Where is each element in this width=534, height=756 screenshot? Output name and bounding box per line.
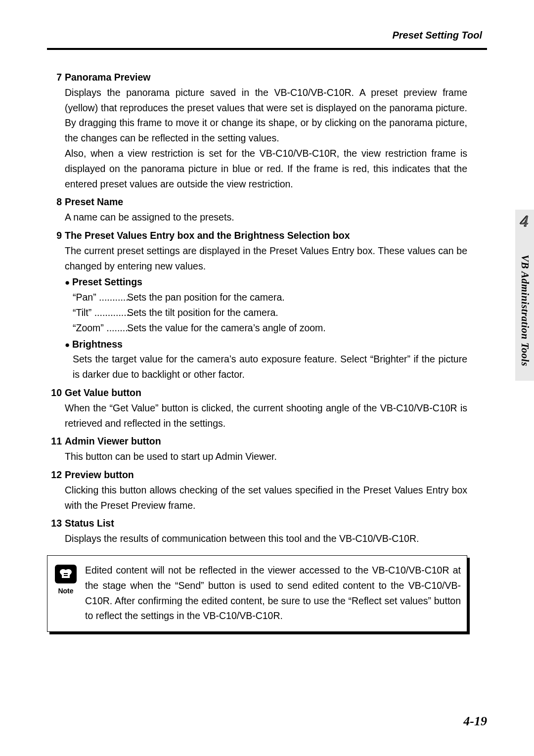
section-paragraph: Displays the results of communication be… — [65, 531, 467, 546]
section-number: 8 — [47, 194, 65, 225]
content: 7 Panorama Preview Displays the panorama… — [47, 70, 487, 632]
page: Preset Setting Tool 4 VB Administration … — [0, 0, 534, 756]
section-title: Status List — [65, 516, 467, 531]
setting-desc: Sets the tilt position for the camera. — [127, 305, 467, 320]
header-rule — [47, 48, 487, 50]
svg-rect-1 — [64, 575, 68, 576]
setting-label: “Zoom” ......... — [73, 320, 127, 336]
preset-settings-heading: Preset Settings — [65, 274, 467, 290]
section-paragraph: Displays the panorama picture saved in t… — [65, 85, 467, 146]
section-number: 7 — [47, 70, 65, 191]
note-text: Edited content will not be reflected in … — [85, 563, 461, 623]
setting-pan: “Pan” ............ Sets the pan position… — [73, 290, 467, 305]
section-paragraph: When the “Get Value” button is clicked, … — [65, 400, 467, 431]
chapter-badge: 4 — [515, 210, 534, 233]
setting-desc: Sets the value for the camera’s angle of… — [127, 320, 467, 336]
setting-label: “Pan” ............ — [73, 290, 127, 305]
brightness-body: Sets the target value for the camera’s a… — [65, 352, 467, 382]
section-number: 13 — [47, 516, 65, 546]
section-paragraph: Clicking this button allows checking of … — [65, 483, 467, 513]
section-paragraph: This button can be used to start up Admi… — [65, 449, 467, 464]
section-number: 11 — [47, 434, 65, 464]
section-title: Get Value button — [65, 385, 467, 400]
page-number: 4-19 — [463, 714, 487, 729]
svg-rect-0 — [64, 573, 68, 574]
side-label-wrap: VB Administration Tools — [515, 246, 534, 375]
section-8: 8 Preset Name A name can be assigned to … — [47, 194, 467, 225]
setting-desc: Sets the pan position for the camera. — [127, 290, 467, 305]
section-12: 12 Preview button Clicking this button a… — [47, 467, 467, 513]
section-title: Preset Name — [65, 194, 467, 210]
note-icon-column: Note — [53, 563, 78, 623]
header-title: Preset Setting Tool — [47, 30, 487, 41]
section-paragraph: The current preset settings are displaye… — [65, 243, 467, 274]
setting-zoom: “Zoom” ......... Sets the value for the … — [73, 320, 467, 336]
side-tab: 4 VB Administration Tools — [515, 213, 534, 381]
section-7: 7 Panorama Preview Displays the panorama… — [47, 70, 467, 191]
section-10: 10 Get Value button When the “Get Value”… — [47, 385, 467, 431]
section-number: 12 — [47, 467, 65, 513]
preset-settings-list: “Pan” ............ Sets the pan position… — [65, 290, 467, 335]
section-11: 11 Admin Viewer button This button can b… — [47, 434, 467, 464]
note-box: Note Edited content will not be reflecte… — [47, 555, 467, 632]
section-9: 9 The Preset Values Entry box and the Br… — [47, 228, 467, 382]
section-title: Panorama Preview — [65, 70, 467, 85]
brightness-heading: Brightness — [65, 337, 467, 352]
note-label: Note — [58, 585, 73, 596]
setting-label: “Tilt” .............. — [73, 305, 127, 320]
setting-tilt: “Tilt” .............. Sets the tilt posi… — [73, 305, 467, 320]
section-number: 10 — [47, 385, 65, 431]
section-paragraph: A name can be assigned to the presets. — [65, 210, 467, 225]
section-title: Admin Viewer button — [65, 434, 467, 449]
section-title: The Preset Values Entry box and the Brig… — [65, 228, 467, 243]
section-number: 9 — [47, 228, 65, 382]
section-title: Preview button — [65, 467, 467, 483]
side-label: VB Administration Tools — [519, 255, 531, 366]
note-icon — [55, 565, 77, 583]
section-paragraph: Also, when a view restriction is set for… — [65, 146, 467, 191]
section-13: 13 Status List Displays the results of c… — [47, 516, 467, 546]
chapter-number: 4 — [521, 212, 529, 231]
